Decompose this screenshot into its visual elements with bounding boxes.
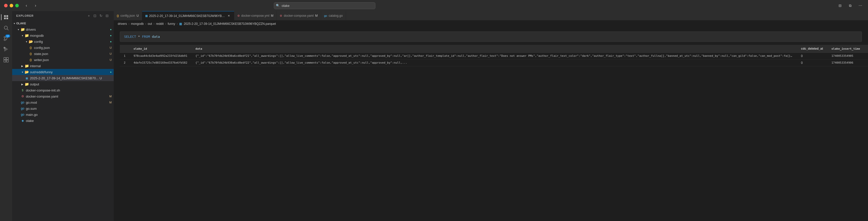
tree-badge-mongodb: ● bbox=[110, 34, 112, 37]
svg-rect-12 bbox=[6, 58, 8, 60]
breadcrumb-reddit[interactable]: reddit bbox=[156, 22, 164, 26]
sidebar-content: ▾ OLAKE ▾ 📁 drivers ● ▾ 📁 mongodb ● bbox=[12, 20, 114, 221]
tree-item-go-mod[interactable]: go go.mod M bbox=[12, 99, 114, 105]
cell-insert-1: 1740053354905 bbox=[827, 53, 868, 60]
tabs-bar: {} config.json U ▦ 2025-2-20_17-39-14_01… bbox=[114, 11, 868, 20]
th-data[interactable]: data bbox=[191, 45, 797, 53]
tab-catalog-go[interactable]: go catalog.go bbox=[321, 11, 346, 20]
sql-select: SELECT bbox=[124, 35, 136, 39]
collapse-all-button[interactable]: ⊟ bbox=[104, 13, 110, 18]
minimize-button[interactable] bbox=[10, 4, 13, 7]
tree-label-config-folder: config bbox=[34, 40, 110, 44]
tree-item-docker-init-sh[interactable]: $ docker-compose-init.sh bbox=[12, 87, 114, 93]
breadcrumb-drivers[interactable]: drivers bbox=[118, 22, 127, 26]
tab-close-parquet[interactable]: ✕ bbox=[227, 14, 231, 18]
tree-item-go-sum[interactable]: go go.sum bbox=[12, 105, 114, 112]
breadcrumb-parquet-file[interactable]: 2025-2-20_17-39-14_01JMHM66CSKESB70JW96Y… bbox=[184, 22, 276, 26]
tree-item-out-reddit[interactable]: ▾ 📂 out/reddit/funny ● bbox=[12, 69, 114, 75]
activity-explorer[interactable] bbox=[1, 12, 11, 22]
tree-item-main-go[interactable]: go main.go bbox=[12, 112, 114, 118]
th-olake-id[interactable]: olake_id bbox=[129, 45, 191, 53]
breadcrumb-funny[interactable]: funny bbox=[168, 22, 175, 26]
new-folder-button[interactable]: ⊡ bbox=[92, 13, 97, 18]
sidebar-header: EXPLORER + ⊡ ↻ ⊟ bbox=[12, 11, 114, 20]
tab-modified-docker-yml: M bbox=[271, 14, 273, 17]
tab-icon-docker-yml: ⚙ bbox=[237, 14, 240, 17]
tree-label-state-json: state.json bbox=[34, 52, 110, 56]
tree-item-internal[interactable]: ▶ 📁 internal bbox=[12, 63, 114, 69]
breadcrumb: drivers › mongodb › out › reddit › funny… bbox=[114, 20, 868, 27]
th-cdc[interactable]: cdc_deleted_at bbox=[797, 45, 827, 53]
tree-label-olake: olake bbox=[26, 119, 114, 123]
th-insert-time[interactable]: olake_insert_time bbox=[827, 45, 868, 53]
svg-point-4 bbox=[4, 26, 8, 29]
tree-label-mongodb: mongodb bbox=[30, 34, 110, 38]
refresh-button[interactable]: ↻ bbox=[98, 13, 103, 18]
editor-area: {} config.json U ▦ 2025-2-20_17-39-14_01… bbox=[114, 11, 868, 221]
table-row: 2 4dafe15725c7e883169ed3376e6fb582 {"_id… bbox=[120, 60, 868, 66]
split-editor-icon[interactable]: ⧉ bbox=[847, 2, 854, 9]
main-layout: 1K EXPLORER + ⊡ ↻ ⊟ ▾ OLAKE bbox=[0, 11, 868, 221]
activity-search[interactable] bbox=[1, 23, 11, 33]
activity-source-control[interactable]: 1K bbox=[1, 33, 11, 44]
tree-root[interactable]: ▾ OLAKE bbox=[12, 20, 114, 26]
tab-icon-config-json: {} bbox=[117, 14, 119, 17]
layout-icon[interactable]: ⊟ bbox=[837, 2, 844, 9]
search-input[interactable] bbox=[274, 2, 375, 9]
tree-item-mongodb[interactable]: ▾ 📁 mongodb ● bbox=[12, 32, 114, 39]
back-button[interactable]: ‹ bbox=[23, 2, 30, 9]
maximize-button[interactable] bbox=[15, 4, 19, 7]
tree-label-docker-yaml: docker-compose.yaml bbox=[26, 95, 110, 98]
tree-item-olake[interactable]: ◈ olake bbox=[12, 118, 114, 124]
tree-item-output[interactable]: ▶ 📁 output bbox=[12, 81, 114, 87]
tab-parquet[interactable]: ▦ 2025-2-20_17-39-14_01JMHM66CSKESB70JW9… bbox=[142, 11, 234, 20]
svg-rect-1 bbox=[7, 15, 8, 17]
tab-docker-yml[interactable]: ⚙ docker-compose.yml M bbox=[234, 11, 277, 20]
new-file-button[interactable]: + bbox=[86, 13, 91, 18]
tree-label-drivers: drivers bbox=[26, 28, 110, 31]
cell-data-2: {"_id":"67b70fdb24b930a6cd8edf22","all_a… bbox=[191, 60, 797, 66]
cell-olake-id-2: 4dafe15725c7e883169ed3376e6fb582 bbox=[129, 60, 191, 66]
sidebar-actions: + ⊡ ↻ ⊟ bbox=[86, 13, 110, 18]
tree-item-parquet[interactable]: ▦ 2025-2-20_17-39-14_01JMHM66CSKESB70...… bbox=[12, 75, 114, 81]
tree-label-parquet: 2025-2-20_17-39-14_01JMHM66CSKESB70... U bbox=[30, 76, 114, 80]
activity-bar: 1K bbox=[0, 11, 12, 221]
forward-button[interactable]: › bbox=[32, 2, 39, 9]
cell-insert-2: 1740053354906 bbox=[827, 60, 868, 66]
table-row: 1 978caa44c6d3e4ad992a233fd216db91 {"_id… bbox=[120, 53, 868, 60]
tree-item-config-json[interactable]: {} config.json U bbox=[12, 45, 114, 51]
tab-label-config-json: config.json bbox=[121, 14, 135, 17]
cell-data-text-2: {"_id":"67b70fdb24b930a6cd8edf22","all_a… bbox=[195, 61, 407, 64]
tab-modified-config-json: U bbox=[136, 14, 139, 17]
activity-extensions[interactable] bbox=[1, 55, 11, 65]
more-icon[interactable]: ⋯ bbox=[857, 2, 864, 9]
svg-point-6 bbox=[4, 36, 6, 38]
breadcrumb-out[interactable]: out bbox=[148, 22, 152, 26]
tab-label-docker-yaml: docker-compose.yaml bbox=[284, 14, 313, 17]
activity-run[interactable] bbox=[1, 44, 11, 54]
breadcrumb-mongodb[interactable]: mongodb bbox=[131, 22, 144, 26]
tree-item-config-folder[interactable]: ▾ 📂 config ● bbox=[12, 39, 114, 45]
tree-label-output: output bbox=[30, 82, 114, 86]
cell-cdc-1: 0 bbox=[797, 53, 827, 60]
tree-item-writer-json[interactable]: {} writer.json U bbox=[12, 57, 114, 63]
tree-badge-drivers: ● bbox=[110, 28, 112, 31]
close-button[interactable] bbox=[4, 4, 8, 7]
sidebar: EXPLORER + ⊡ ↻ ⊟ ▾ OLAKE ▾ 📁 drivers ● bbox=[12, 11, 114, 221]
tree-item-docker-yaml[interactable]: ⚙ docker-compose.yaml M bbox=[12, 93, 114, 99]
breadcrumb-sep-5: › bbox=[177, 22, 178, 26]
tree-badge-config-json: U bbox=[110, 46, 112, 49]
root-label: OLAKE bbox=[16, 22, 114, 25]
cell-cdc-2: 0 bbox=[797, 60, 827, 66]
tree-badge-docker-yaml: M bbox=[110, 95, 112, 98]
tab-label-docker-yml: docker-compose.yml bbox=[241, 14, 270, 17]
tree-item-drivers[interactable]: ▾ 📁 drivers ● bbox=[12, 26, 114, 32]
tree-badge-writer-json: U bbox=[110, 58, 112, 61]
tree-badge-out-reddit: ● bbox=[110, 70, 112, 73]
sidebar-title: EXPLORER bbox=[16, 14, 34, 17]
row-num-2: 2 bbox=[120, 60, 129, 66]
cell-olake-id-1: 978caa44c6d3e4ad992a233fd216db91 bbox=[129, 53, 191, 60]
tab-docker-yaml[interactable]: ⚙ docker-compose.yaml M bbox=[277, 11, 321, 20]
tree-item-state-json[interactable]: {} state.json U bbox=[12, 51, 114, 57]
tab-config-json[interactable]: {} config.json U bbox=[114, 11, 142, 20]
